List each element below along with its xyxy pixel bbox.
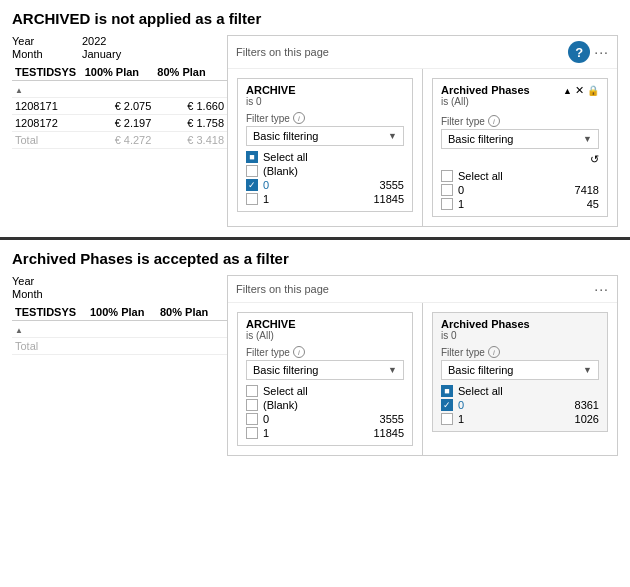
section2-archived-phases-panel: Archived Phases is 0 Filter type i Basic…: [423, 303, 617, 455]
checkbox[interactable]: [246, 427, 258, 439]
s2-archive-sub: is (All): [246, 330, 404, 341]
archived-phases-box-left: Archived Phases is (All): [441, 84, 530, 110]
list-item[interactable]: 11026: [441, 412, 599, 426]
filters-label: Filters on this page: [236, 46, 329, 58]
filter-item-count: 3555: [380, 179, 404, 191]
archive-info-icon[interactable]: i: [293, 112, 305, 124]
checkbox[interactable]: [441, 184, 453, 196]
filter-item-label: Select all: [263, 151, 308, 163]
sort-asc-icon[interactable]: ▲: [563, 86, 572, 96]
s2-archive-info-icon[interactable]: i: [293, 346, 305, 358]
year-value: 2022: [82, 35, 106, 47]
month-row: Month January: [12, 48, 227, 60]
list-item[interactable]: 03555: [246, 412, 404, 426]
list-item[interactable]: Select all: [441, 169, 599, 183]
total-plan100: € 4.272: [82, 132, 155, 149]
s2-archived-phases-filter-dropdown[interactable]: Basic filtering ▼: [441, 360, 599, 380]
list-item[interactable]: Select all: [246, 384, 404, 398]
refresh-icon[interactable]: ↺: [590, 153, 599, 166]
s2-dropdown-arrow2: ▼: [583, 365, 592, 375]
checkbox[interactable]: [246, 193, 258, 205]
checkbox[interactable]: [246, 385, 258, 397]
s2-month-label: Month: [12, 288, 82, 300]
month-label: Month: [12, 48, 82, 60]
checkbox[interactable]: [246, 399, 258, 411]
row-plan80: € 1.660: [154, 98, 227, 115]
year-row: Year 2022: [12, 35, 227, 47]
list-item[interactable]: 111845: [246, 192, 404, 206]
section2-filters-header: Filters on this page ···: [228, 276, 617, 303]
archive-filter-items: ■Select all(Blank)✓03555111845: [246, 150, 404, 206]
archived-phases-filter-box: Archived Phases is (All) ▲ ✕ 🔒 Filter ty…: [432, 78, 608, 217]
close-icon[interactable]: ✕: [575, 84, 584, 97]
checkbox[interactable]: [246, 413, 258, 425]
s2-col-id-header: TESTIDSYS: [12, 304, 87, 321]
sort-indicator: ▲: [15, 86, 23, 95]
archive-filter-dropdown[interactable]: Basic filtering ▼: [246, 126, 404, 146]
checkbox[interactable]: ✓: [441, 399, 453, 411]
s2-dots-menu[interactable]: ···: [594, 281, 609, 297]
list-item[interactable]: ■Select all: [441, 384, 599, 398]
archived-phases-filter-dropdown[interactable]: Basic filtering ▼: [441, 129, 599, 149]
filter-item-label: 0: [458, 184, 464, 196]
list-item[interactable]: 07418: [441, 183, 599, 197]
s2-archive-title: ARCHIVE: [246, 318, 404, 330]
archived-phases-box-header: Archived Phases is (All) ▲ ✕ 🔒: [441, 84, 599, 110]
s2-year-row: Year: [12, 275, 227, 287]
filter-item-count: 3555: [380, 413, 404, 425]
refresh-row: ↺: [441, 153, 599, 166]
total-label: Total: [12, 132, 82, 149]
s2-archived-phases-filter-items: ■Select all✓0836111026: [441, 384, 599, 426]
s2-dropdown-arrow: ▼: [388, 365, 397, 375]
col-plan100-header: 100% Plan: [82, 64, 155, 81]
list-item[interactable]: ■Select all: [246, 150, 404, 164]
section2-archive-panel: ARCHIVE is (All) Filter type i Basic fil…: [228, 303, 423, 455]
help-icon[interactable]: ?: [568, 41, 590, 63]
filter-item-count: 8361: [575, 399, 599, 411]
filter-item-count: 7418: [575, 184, 599, 196]
filter-item-label: 0: [458, 399, 464, 411]
checkbox[interactable]: [441, 413, 453, 425]
list-item[interactable]: ✓03555: [246, 178, 404, 192]
s2-archive-filter-dropdown[interactable]: Basic filtering ▼: [246, 360, 404, 380]
archive-title: ARCHIVE: [246, 84, 404, 96]
filter-item-label: 0: [263, 413, 269, 425]
list-item[interactable]: ✓08361: [441, 398, 599, 412]
filter-item-label: (Blank): [263, 399, 298, 411]
checkbox[interactable]: [441, 170, 453, 182]
checkbox[interactable]: ✓: [246, 179, 258, 191]
filter-item-label: 1: [263, 193, 269, 205]
s2-archived-phases-filter-type-label: Filter type i: [441, 346, 599, 358]
checkbox[interactable]: ■: [441, 385, 453, 397]
list-item[interactable]: 145: [441, 197, 599, 211]
section1-content: Year 2022 Month January TESTIDSYS 100% P…: [12, 35, 618, 227]
filter-item-label: 1: [458, 198, 464, 210]
checkbox[interactable]: [246, 165, 258, 177]
dots-menu[interactable]: ···: [594, 44, 609, 60]
row-plan100: € 2.075: [82, 98, 155, 115]
filter-item-count: 1026: [575, 413, 599, 425]
s2-filters-label: Filters on this page: [236, 283, 329, 295]
section1-filter-container: Filters on this page ? ··· ARCHIVE is 0 …: [227, 35, 618, 227]
section2-title: Archived Phases is accepted as a filter: [12, 250, 618, 267]
lock-icon[interactable]: 🔒: [587, 85, 599, 96]
filter-item-label: Select all: [263, 385, 308, 397]
section2-meta: Year Month: [12, 275, 227, 300]
s2-archive-filter-type-label: Filter type i: [246, 346, 404, 358]
archive-filter-type-label: Filter type i: [246, 112, 404, 124]
list-item[interactable]: (Blank): [246, 398, 404, 412]
checkbox[interactable]: ■: [246, 151, 258, 163]
s2-archive-filter-items: Select all(Blank)03555111845: [246, 384, 404, 440]
total-plan80: € 3.418: [154, 132, 227, 149]
list-item[interactable]: (Blank): [246, 164, 404, 178]
s2-archived-phases-info-icon[interactable]: i: [488, 346, 500, 358]
s2-col-plan100-header: 100% Plan: [87, 304, 157, 321]
filters-header-icons: ? ···: [568, 41, 609, 63]
s2-year-label: Year: [12, 275, 82, 287]
checkbox[interactable]: [441, 198, 453, 210]
archived-phases-info-icon[interactable]: i: [488, 115, 500, 127]
list-item[interactable]: 111845: [246, 426, 404, 440]
section1-archived-phases-panel: Archived Phases is (All) ▲ ✕ 🔒 Filter ty…: [423, 69, 617, 226]
s2-col-plan80-header: 80% Plan: [157, 304, 227, 321]
s2-total-row: Total: [12, 338, 227, 355]
